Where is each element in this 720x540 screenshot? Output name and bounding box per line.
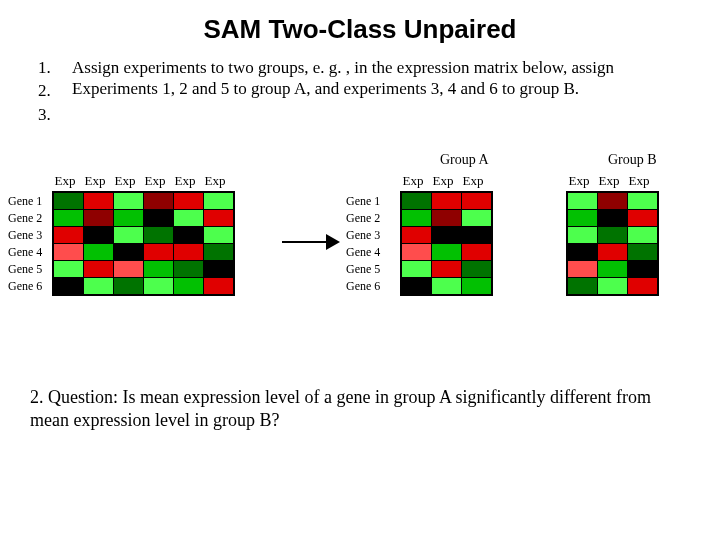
heatmap-cell [54,227,84,244]
gene-label: Gene 4 [8,244,42,261]
heatmap-cell [628,227,658,244]
list-number: 2. [38,80,72,101]
heatmap-cell [54,278,84,295]
gene-label: Gene 6 [346,278,380,295]
heatmap-cell [568,261,598,278]
heatmap-cell [402,227,432,244]
heatmap-cell [628,244,658,261]
heatmap-cell [402,210,432,227]
heatmap-cell [84,210,114,227]
heatmap-cell [84,227,114,244]
heatmap-cell [174,244,204,261]
heatmap-cell [402,244,432,261]
heatmap-group-a [400,191,493,296]
gene-label: Gene 1 [346,193,380,210]
heatmap-cell [598,261,628,278]
heatmap-cell [114,244,144,261]
heatmap-cell [174,278,204,295]
heatmap-cell [598,227,628,244]
heatmap-cell [114,210,144,227]
group-a-label: Group A [440,152,489,168]
heatmap-cell [204,193,234,210]
gene-labels-left: Gene 1Gene 2Gene 3Gene 4Gene 5Gene 6 [8,193,42,295]
heatmap-cell [628,210,658,227]
instruction-block: 1. 2. 3. Assign experiments to two group… [38,57,690,127]
heatmap-cell [54,261,84,278]
heatmap-cell [54,193,84,210]
heatmap-cell [628,278,658,295]
heatmap-cell [462,278,492,295]
heatmap-cell [568,278,598,295]
list-number: 3. [38,104,72,125]
heatmap-cell [54,244,84,261]
heatmap-cell [144,193,174,210]
heatmap-cell [462,261,492,278]
heatmap-cell [204,261,234,278]
heatmap-cell [174,193,204,210]
gene-label: Gene 6 [8,278,42,295]
heatmap-cell [568,244,598,261]
heatmap-cell [432,210,462,227]
heatmap-cell [144,278,174,295]
heatmap-cell [462,244,492,261]
heatmap-cell [598,193,628,210]
heatmap-cell [432,227,462,244]
heatmap-cell [628,193,658,210]
gene-label: Gene 3 [8,227,42,244]
heatmap-cell [432,193,462,210]
heatmap-cell [402,261,432,278]
heatmap-cell [598,244,628,261]
heatmap-cell [462,210,492,227]
heatmap-group-b [566,191,659,296]
heatmap-cell [174,227,204,244]
heatmap-cell [174,261,204,278]
heatmap-cell [204,227,234,244]
heatmap-cell [432,244,462,261]
heatmap-cell [432,278,462,295]
group-b-label: Group B [608,152,657,168]
heatmap-cell [144,261,174,278]
heatmap-cell [144,227,174,244]
heatmap-cell [628,261,658,278]
heatmap-cell [174,210,204,227]
heatmap-cell [84,278,114,295]
heatmap-all [52,191,235,296]
gene-label: Gene 2 [346,210,380,227]
list-numbers: 1. 2. 3. [38,57,72,127]
instruction-text: Assign experiments to two groups, e. g. … [72,57,690,127]
heatmap-cell [144,210,174,227]
heatmap-cell [54,210,84,227]
heatmap-cell [462,227,492,244]
heatmap-cell [204,278,234,295]
gene-label: Gene 2 [8,210,42,227]
heatmap-cell [114,227,144,244]
heatmap-cell [568,193,598,210]
heatmap-cell [432,261,462,278]
list-number: 1. [38,57,72,78]
arrow-icon [282,232,342,252]
heatmap-cell [114,193,144,210]
heatmap-cell [402,193,432,210]
heatmap-cell [568,227,598,244]
heatmap-cell [462,193,492,210]
question-text: 2. Question: Is mean expression level of… [30,386,670,431]
heatmap-cell [84,261,114,278]
heatmap-cell [114,278,144,295]
page-title: SAM Two-Class Unpaired [0,14,720,45]
heatmap-cell [402,278,432,295]
heatmap-cell [598,210,628,227]
heatmap-cell [598,278,628,295]
heatmap-cell [84,244,114,261]
gene-label: Gene 5 [346,261,380,278]
gene-label: Gene 1 [8,193,42,210]
heatmap-cell [204,210,234,227]
heatmap-cell [84,193,114,210]
gene-labels-right: Gene 1Gene 2Gene 3Gene 4Gene 5Gene 6 [346,193,380,295]
heatmap-cell [144,244,174,261]
gene-label: Gene 5 [8,261,42,278]
heatmap-cell [114,261,144,278]
heatmap-cell [204,244,234,261]
gene-label: Gene 4 [346,244,380,261]
gene-label: Gene 3 [346,227,380,244]
heatmap-cell [568,210,598,227]
